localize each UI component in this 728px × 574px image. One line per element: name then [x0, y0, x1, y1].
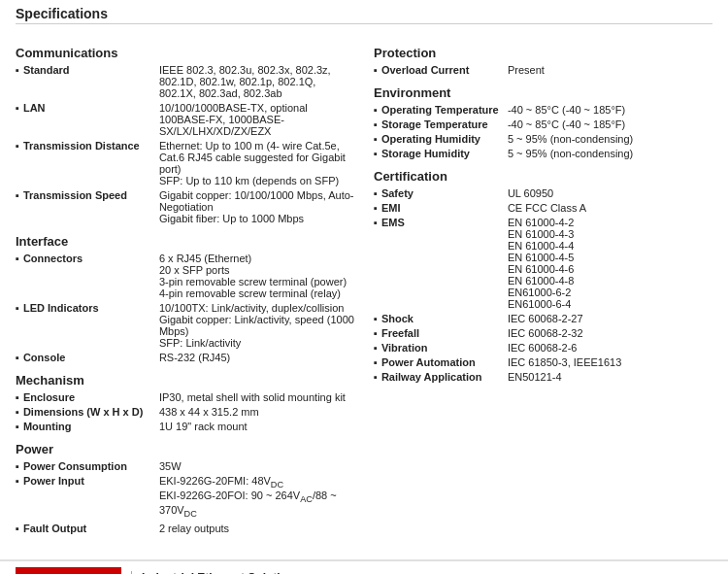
right-column: Protection▪Overload CurrentPresentEnviro…: [374, 36, 712, 537]
spec-value: 5 ~ 95% (non-condensing): [508, 148, 712, 159]
bullet-icon: ▪: [16, 391, 19, 403]
section-title: Protection: [374, 46, 712, 60]
divider: [16, 23, 712, 24]
spec-value: IEEE 802.3, 802.3u, 802.3x, 802.3z, 802.…: [159, 64, 354, 99]
bullet-icon: ▪: [16, 352, 19, 363]
spec-label: Dimensions (W x H x D): [23, 406, 159, 418]
spec-item: ▪LAN10/100/1000BASE-TX, optional 100BASE…: [16, 102, 354, 137]
spec-value: IP30, metal shell with solid mounting ki…: [159, 391, 354, 403]
spec-item: ▪VibrationIEC 60068-2-6: [374, 342, 712, 354]
bullet-icon: ▪: [374, 187, 378, 199]
bullet-icon: ▪: [16, 253, 19, 264]
spec-label: Safety: [381, 187, 508, 199]
bullet-icon: ▪: [374, 148, 378, 159]
spec-label: Power Input: [23, 475, 159, 487]
bullet-icon: ▪: [374, 342, 378, 354]
spec-item: ▪Power Consumption35W: [16, 460, 354, 472]
spec-value: 6 x RJ45 (Ethernet)20 x SFP ports3-pin r…: [159, 253, 354, 299]
spec-item: ▪ConsoleRS-232 (RJ45): [16, 352, 354, 363]
bullet-icon: ▪: [374, 64, 378, 76]
spec-item: ▪Storage Temperature-40 ~ 85°C (-40 ~ 18…: [374, 118, 712, 130]
section-title: Interface: [16, 234, 354, 249]
footer: AD⊘ANTECH Industrial Ethernet Solutions …: [0, 559, 728, 574]
spec-item: ▪ShockIEC 60068-2-27: [374, 313, 712, 324]
spec-label: Storage Humidity: [381, 148, 508, 159]
spec-label: Operating Temperature: [381, 104, 508, 116]
spec-value: IEC 61850-3, IEEE1613: [508, 356, 712, 368]
section-title: Certification: [374, 169, 712, 184]
spec-item: ▪EMSEN 61000-4-2EN 61000-4-3EN 61000-4-4…: [374, 217, 712, 310]
spec-label: LED Indicators: [23, 302, 159, 314]
spec-item: ▪EMICE FCC Class A: [374, 202, 712, 214]
bullet-icon: ▪: [374, 202, 378, 214]
spec-item: ▪FreefallIEC 60068-2-32: [374, 327, 712, 339]
spec-value: 10/100/1000BASE-TX, optional 100BASE-FX,…: [159, 102, 354, 137]
spec-value: IEC 60068-2-32: [508, 327, 712, 339]
spec-label: Standard: [23, 64, 159, 76]
spec-label: Power Consumption: [23, 460, 159, 472]
section-protection: Protection▪Overload CurrentPresent: [374, 46, 712, 76]
spec-label: Transmission Speed: [23, 189, 159, 201]
spec-item: ▪Connectors6 x RJ45 (Ethernet)20 x SFP p…: [16, 253, 354, 299]
section-mechanism: Mechanism▪EnclosureIP30, metal shell wit…: [16, 373, 354, 432]
spec-label: EMI: [381, 202, 508, 214]
spec-item: ▪Power AutomationIEC 61850-3, IEEE1613: [374, 356, 712, 368]
spec-item: ▪Operating Humidity5 ~ 95% (non-condensi…: [374, 133, 712, 145]
spec-value: EKI-9226G-20FMI: 48VDCEKI-9226G-20FOI: 9…: [159, 475, 354, 520]
bullet-icon: ▪: [16, 523, 19, 534]
spec-item: ▪LED Indicators10/100TX: Link/activity, …: [16, 302, 354, 349]
bullet-icon: ▪: [374, 371, 378, 383]
spec-label: Connectors: [23, 253, 159, 264]
section-interface: Interface▪Connectors6 x RJ45 (Ethernet)2…: [16, 234, 354, 363]
spec-item: ▪EnclosureIP30, metal shell with solid m…: [16, 391, 354, 403]
spec-value: 2 relay outputs: [159, 523, 354, 534]
spec-value: IEC 60068-2-6: [508, 342, 712, 354]
section-title: Mechanism: [16, 373, 354, 388]
bullet-icon: ▪: [374, 327, 378, 339]
spec-item: ▪Fault Output2 relay outputs: [16, 523, 354, 534]
footer-left: AD⊘ANTECH Industrial Ethernet Solutions: [16, 567, 301, 574]
spec-value: 5 ~ 95% (non-condensing): [508, 133, 712, 145]
spec-label: Railway Application: [381, 371, 508, 383]
bullet-icon: ▪: [374, 133, 378, 145]
spec-label: Storage Temperature: [381, 118, 508, 130]
spec-value: -40 ~ 85°C (-40 ~ 185°F): [508, 118, 712, 130]
spec-value: IEC 60068-2-27: [508, 313, 712, 324]
spec-label: Fault Output: [23, 523, 159, 534]
spec-item: ▪Transmission DistanceEthernet: Up to 10…: [16, 140, 354, 186]
spec-label: Vibration: [381, 342, 508, 354]
bullet-icon: ▪: [16, 475, 19, 487]
spec-value: 10/100TX: Link/activity, duplex/collisio…: [159, 302, 354, 349]
bullet-icon: ▪: [374, 313, 378, 324]
bullet-icon: ▪: [374, 104, 378, 116]
spec-label: Console: [23, 352, 159, 363]
spec-label: EMS: [381, 217, 508, 228]
section-communications: Communications▪StandardIEEE 802.3, 802.3…: [16, 46, 354, 224]
spec-value: Present: [508, 64, 712, 76]
spec-label: Mounting: [23, 421, 159, 432]
bullet-icon: ▪: [16, 421, 19, 432]
spec-value: 35W: [159, 460, 354, 472]
bullet-icon: ▪: [16, 460, 19, 472]
spec-value: RS-232 (RJ45): [159, 352, 354, 363]
bullet-icon: ▪: [374, 217, 378, 228]
spec-value: Ethernet: Up to 100 m (4- wire Cat.5e, C…: [159, 140, 354, 186]
bullet-icon: ▪: [16, 189, 19, 201]
spec-item: ▪Mounting1U 19" rack mount: [16, 421, 354, 432]
spec-item: ▪Operating Temperature-40 ~ 85°C (-40 ~ …: [374, 104, 712, 116]
spec-value: 1U 19" rack mount: [159, 421, 354, 432]
section-environment: Environment▪Operating Temperature-40 ~ 8…: [374, 85, 712, 159]
bullet-icon: ▪: [374, 118, 378, 130]
spec-item: ▪Railway ApplicationEN50121-4: [374, 371, 712, 383]
bullet-icon: ▪: [374, 356, 378, 368]
bullet-icon: ▪: [16, 102, 19, 114]
spec-label: Enclosure: [23, 391, 159, 403]
spec-label: Operating Humidity: [381, 133, 508, 145]
bullet-icon: ▪: [16, 302, 19, 314]
bullet-icon: ▪: [16, 140, 19, 152]
spec-item: ▪StandardIEEE 802.3, 802.3u, 802.3x, 802…: [16, 64, 354, 99]
spec-item: ▪Storage Humidity5 ~ 95% (non-condensing…: [374, 148, 712, 159]
spec-value: 438 x 44 x 315.2 mm: [159, 406, 354, 418]
bullet-icon: ▪: [16, 64, 19, 76]
spec-value: EN 61000-4-2EN 61000-4-3EN 61000-4-4EN 6…: [508, 217, 712, 310]
